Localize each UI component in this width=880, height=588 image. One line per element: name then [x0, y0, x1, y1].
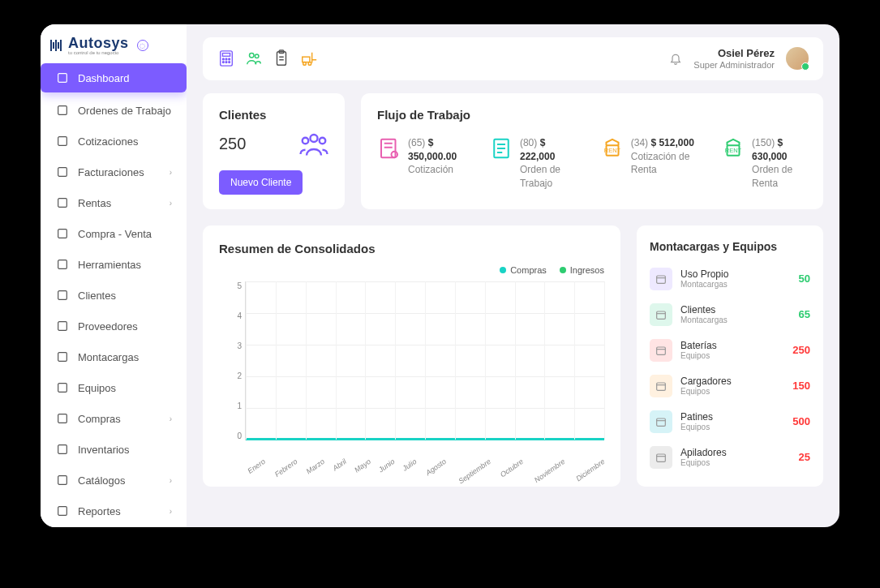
- main-content: Osiel Pérez Super Administrador Clientes…: [187, 24, 839, 527]
- logo[interactable]: Autosys tu control de tu negocio ◌: [41, 24, 187, 63]
- nav-icon: [55, 319, 70, 333]
- nav-item-compras[interactable]: Compras›: [47, 404, 180, 433]
- calculator-icon[interactable]: [217, 49, 235, 67]
- x-axis: EneroFebreroMarzoAbrilMayoJunioJulioAgos…: [245, 457, 604, 465]
- nav-item-equipos[interactable]: Equipos: [47, 373, 180, 402]
- nav-item-clientes[interactable]: Clientes: [47, 281, 180, 310]
- equipment-item[interactable]: CargadoresEquipos150: [650, 371, 810, 401]
- group-icon: [299, 130, 328, 159]
- svg-point-23: [225, 62, 227, 63]
- nav-label: Clientes: [78, 290, 116, 302]
- nav-label: Equipos: [78, 382, 116, 394]
- equipment-value: 500: [792, 415, 810, 427]
- equipment-sub: Montacargas: [680, 315, 791, 325]
- nav-item-herramientas[interactable]: Herramientas: [47, 250, 180, 279]
- chart-body: 543210 EneroFebreroMarzoAbrilMayoJunioJu…: [219, 281, 604, 460]
- nav-icon: [55, 411, 70, 426]
- x-tick: Agosto: [424, 457, 448, 477]
- equipment-icon: [650, 446, 672, 469]
- equipment-item[interactable]: BateríasEquipos250: [650, 336, 810, 365]
- forklift-icon[interactable]: [300, 49, 318, 67]
- svg-rect-7: [58, 291, 67, 300]
- logo-mark-icon: [50, 40, 62, 51]
- equipment-sub: Equipos: [680, 387, 784, 397]
- svg-rect-61: [657, 454, 666, 461]
- equipment-value: 50: [799, 273, 810, 285]
- nav-item-inventarios[interactable]: Inventarios: [47, 435, 180, 464]
- nav-item-facturaciones[interactable]: Facturaciones›: [47, 157, 180, 187]
- nav-label: Facturaciones: [78, 166, 144, 178]
- svg-text:RENT: RENT: [725, 147, 742, 154]
- svg-text:RENT: RENT: [604, 147, 621, 154]
- svg-rect-1: [58, 106, 67, 115]
- nav-item-catálogos[interactable]: Catálogos›: [47, 466, 180, 495]
- svg-rect-57: [657, 383, 666, 390]
- user-area: Osiel Pérez Super Administrador: [669, 47, 809, 71]
- plot-area: [245, 281, 604, 440]
- x-tick: Marzo: [305, 457, 326, 476]
- nav-item-cotizaciones[interactable]: Cotizaciones: [47, 127, 180, 156]
- nav-item-dashboard[interactable]: Dashboard: [41, 63, 187, 92]
- nav-item-rentas[interactable]: Rentas›: [47, 188, 180, 217]
- workflow-title: Flujo de Trabajo: [377, 108, 807, 122]
- equipment-sub: Montacargas: [680, 280, 791, 290]
- nav-item-ordenes-de-trabajo[interactable]: Ordenes de Trabajo: [47, 96, 180, 125]
- nav-icon: [55, 71, 70, 85]
- nav-icon: [55, 473, 70, 487]
- svg-rect-11: [58, 414, 67, 423]
- equipment-item[interactable]: Uso PropioMontacargas50: [650, 264, 810, 294]
- svg-point-36: [311, 135, 318, 142]
- svg-point-33: [308, 62, 311, 66]
- nav-list: DashboardOrdenes de TrabajoCotizacionesF…: [41, 63, 187, 527]
- svg-point-42: [392, 152, 398, 158]
- equipment-list: Uso PropioMontacargas50ClientesMontacarg…: [650, 264, 810, 472]
- user-text: Osiel Pérez Super Administrador: [693, 47, 775, 71]
- equipment-value: 250: [792, 344, 810, 356]
- svg-rect-3: [58, 168, 67, 177]
- nav-icon: [55, 288, 70, 303]
- bell-icon[interactable]: [669, 52, 682, 65]
- chart-card: Resumen de Consolidados ComprasIngresos …: [203, 225, 620, 487]
- x-tick: Octubre: [499, 457, 525, 479]
- svg-point-20: [225, 58, 227, 60]
- svg-rect-14: [58, 507, 67, 516]
- equipment-icon: [650, 410, 672, 433]
- top-shortcut-icons: [217, 49, 318, 67]
- nav-item-compra---venta[interactable]: Compra - Venta: [47, 219, 180, 248]
- svg-rect-18: [222, 54, 230, 57]
- y-tick: 0: [237, 431, 242, 440]
- equipment-item[interactable]: PatinesEquipos500: [650, 407, 810, 436]
- x-tick: Junio: [377, 457, 396, 474]
- workflow-item: RENT(150) $ 630,000Orden de Renta: [721, 136, 807, 191]
- clipboard-icon[interactable]: [273, 49, 290, 67]
- svg-point-19: [222, 58, 224, 60]
- logo-badge-icon: ◌: [137, 40, 148, 51]
- x-tick: Abril: [331, 457, 347, 473]
- nav-label: Proveedores: [78, 320, 138, 333]
- equipment-title: Montacargas y Equipos: [650, 240, 810, 253]
- svg-rect-8: [58, 322, 67, 331]
- nav-icon: [55, 442, 70, 457]
- new-client-button[interactable]: Nuevo Cliente: [219, 170, 303, 195]
- nav-label: Dashboard: [78, 72, 130, 84]
- workflow-icon: [489, 136, 513, 161]
- chevron-right-icon: ›: [170, 476, 172, 485]
- nav-item-reportes[interactable]: Reportes›: [47, 496, 180, 526]
- users-icon[interactable]: [245, 49, 263, 67]
- x-tick: Diciembre: [575, 457, 607, 483]
- equipment-name: Uso Propio: [680, 268, 791, 280]
- nav-item-proveedores[interactable]: Proveedores: [47, 311, 180, 341]
- x-tick: Enero: [246, 457, 266, 475]
- topbar: Osiel Pérez Super Administrador: [203, 37, 823, 80]
- avatar[interactable]: [786, 47, 809, 70]
- nav-icon: [55, 103, 70, 118]
- equipment-item[interactable]: ClientesMontacargas65: [650, 300, 810, 329]
- sidebar: Autosys tu control de tu negocio ◌ Dashb…: [41, 24, 187, 527]
- nav-item-montacargas[interactable]: Montacargas: [47, 342, 180, 371]
- equipment-icon: [650, 268, 672, 290]
- equipment-value: 65: [799, 308, 810, 320]
- svg-rect-51: [657, 276, 666, 283]
- svg-rect-4: [58, 199, 67, 208]
- equipment-name: Patines: [680, 411, 784, 423]
- equipment-item[interactable]: ApiladoresEquipos25: [650, 443, 810, 472]
